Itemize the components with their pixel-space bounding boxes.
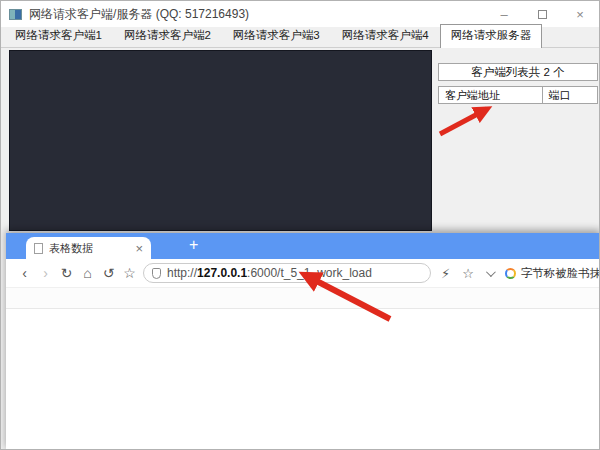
browser-window: 表格数据 × + ‹ › ↻ ⌂ ↺ ☆ http://127.0.0.1:60… [6,233,600,450]
url-host: 127.0.0.1 [197,266,247,280]
new-tab-button[interactable]: + [189,236,198,254]
maximize-icon [538,10,547,19]
shield-icon [152,268,161,279]
address-bar[interactable]: http://127.0.0.1:6000/t_5_1_work_load [143,263,431,283]
news-logo-icon [505,268,516,279]
url-text: http://127.0.0.1:6000/t_5_1_work_load [167,266,372,280]
bookmarks-bar [6,287,600,309]
recently-closed-icon[interactable]: ↺ [98,265,119,281]
tab-client-4[interactable]: 网络请求客户端4 [331,24,440,47]
favorite-star-icon[interactable]: ☆ [119,265,140,281]
back-icon[interactable]: ‹ [14,265,35,281]
reload-icon[interactable]: ↻ [56,265,77,281]
screen: 网络请求客户端/服务器 (QQ: 517216493) – × 网络请求客户端1… [0,0,600,450]
tab-server[interactable]: 网络请求服务器 [440,24,543,48]
home-icon[interactable]: ⌂ [77,265,98,281]
app-icon [9,9,22,20]
browser-content [6,309,600,450]
url-scheme: http:// [167,266,197,280]
server-log-console[interactable] [9,50,432,231]
client-port-header: 端口 [543,86,598,104]
app-window-title: 网络请求客户端/服务器 (QQ: 517216493) [29,6,249,23]
client-address-header: 客户端地址 [438,86,543,104]
browser-tab-title: 表格数据 [49,241,131,256]
news-headline[interactable]: 字节称被脸书抹黑 [521,266,600,281]
lightning-icon[interactable]: ⚡ [441,266,450,281]
arrow-to-reply-data [440,109,487,134]
url-path: :6000/t_5_1_work_load [247,266,372,280]
browser-tabbar: 表格数据 × + [6,233,600,259]
tab-close-icon[interactable]: × [135,242,143,255]
close-button[interactable]: × [561,1,599,27]
tab-client-3[interactable]: 网络请求客户端3 [222,24,331,47]
tab-client-1[interactable]: 网络请求客户端1 [4,24,113,47]
app-tabstrip: 网络请求客户端1网络请求客户端2网络请求客户端3网络请求客户端4网络请求服务器 [1,27,599,48]
browser-tab[interactable]: 表格数据 × [26,237,151,259]
page-icon [34,243,43,254]
bookmark-star-icon[interactable]: ☆ [462,266,474,281]
server-settings-panel: 客户端列表共 2 个 客户端地址 端口 [438,49,598,104]
tab-client-2[interactable]: 网络请求客户端2 [113,24,222,47]
client-list-header: 客户端地址 端口 [438,86,598,104]
browser-toolbar: ‹ › ↻ ⌂ ↺ ☆ http://127.0.0.1:6000/t_5_1_… [6,259,600,287]
chevron-down-icon[interactable] [486,267,496,277]
toolbar-right: ⚡ ☆ 字节称被脸书抹黑 [441,266,600,281]
client-count-label: 客户端列表共 2 个 [438,63,598,81]
forward-icon[interactable]: › [35,265,56,281]
